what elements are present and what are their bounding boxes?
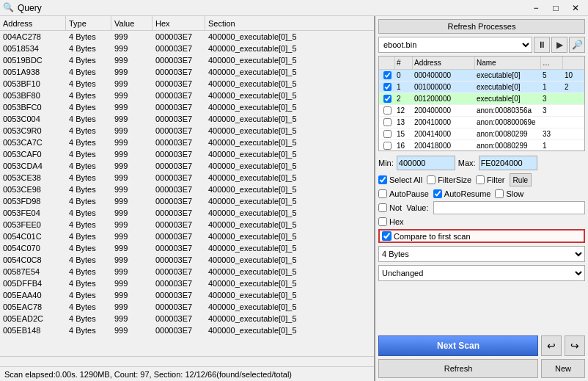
memory-table-body[interactable]: 0000400000executable[0]5101001000000exec…: [379, 70, 584, 150]
table-row[interactable]: 005EAA404 Bytes999000003E7400000_executa…: [0, 289, 374, 301]
table-row[interactable]: 0054C0C84 Bytes999000003E7400000_executa…: [0, 254, 374, 266]
table-row[interactable]: 005185344 Bytes999000003E7400000_executa…: [0, 43, 374, 54]
minimize-button[interactable]: −: [526, 1, 545, 15]
memory-row-address: 200414000: [413, 130, 475, 138]
settings-button[interactable]: 🔎: [569, 37, 585, 53]
table-row[interactable]: 005EB1484 Bytes999000003E7400000_executa…: [0, 324, 374, 336]
table-row[interactable]: 005EAD2C4 Bytes999000003E7400000_executa…: [0, 313, 374, 324]
table-cell: 400000_executable[0]_5: [205, 68, 374, 76]
play-button[interactable]: ▶: [551, 37, 567, 53]
table-row[interactable]: 0053FD984 Bytes999000003E7400000_executa…: [0, 195, 374, 207]
row-checkbox[interactable]: [383, 118, 392, 126]
table-cell: 00587E54: [0, 267, 66, 276]
memory-table-row[interactable]: 16200418000anon:000802991: [379, 140, 584, 150]
col-type[interactable]: Type: [66, 16, 111, 30]
col-hex[interactable]: Hex: [152, 16, 205, 30]
table-row[interactable]: 0053C9R04 Bytes999000003E7400000_executa…: [0, 125, 374, 137]
max-input[interactable]: FE0204000: [479, 156, 537, 170]
compare-first-scan-checkbox[interactable]: [382, 231, 392, 241]
select-all-checkbox[interactable]: [378, 175, 387, 184]
refresh-processes-button[interactable]: Refresh Processes: [378, 19, 585, 34]
memory-table-row[interactable]: 1001000000executable[0]12: [379, 81, 584, 93]
table-row[interactable]: 0053FEE04 Bytes999000003E7400000_executa…: [0, 219, 374, 231]
row-checkbox[interactable]: [383, 142, 392, 150]
table-row[interactable]: 00519BDC4 Bytes999000003E7400000_executa…: [0, 54, 374, 66]
table-row[interactable]: 00587E544 Bytes999000003E7400000_executa…: [0, 266, 374, 277]
compare-first-scan-row: Compare to first scan: [378, 229, 585, 243]
memory-regions-table: # Address Name … 0000400000executable[0]…: [378, 56, 585, 151]
table-row[interactable]: 005EAC784 Bytes999000003E7400000_executa…: [0, 301, 374, 313]
maximize-button[interactable]: □: [546, 1, 565, 15]
table-row[interactable]: 0054C0704 Bytes999000003E7400000_executa…: [0, 242, 374, 254]
close-button[interactable]: ✕: [566, 1, 585, 15]
table-row[interactable]: 0053CE384 Bytes999000003E7400000_executa…: [0, 172, 374, 184]
hex-checkbox[interactable]: [378, 217, 387, 226]
options-row1: Select All FilterSize Filter Rule: [378, 173, 585, 186]
table-row[interactable]: 0053CAF04 Bytes999000003E7400000_executa…: [0, 148, 374, 160]
row-checkbox-cell[interactable]: [379, 83, 395, 91]
table-row[interactable]: 0053CDA44 Bytes999000003E7400000_executa…: [0, 160, 374, 172]
filter-checkbox[interactable]: [476, 175, 485, 184]
horizontal-scrollbar[interactable]: [0, 356, 374, 366]
memory-row-col6: 10: [563, 71, 584, 79]
refresh-button[interactable]: Refresh: [378, 359, 538, 378]
row-checkbox-cell[interactable]: [379, 71, 395, 79]
row-checkbox[interactable]: [383, 95, 392, 103]
table-cell: 0054C01C: [0, 232, 66, 241]
table-cell: 000003E7: [152, 326, 205, 335]
table-row[interactable]: 0051A9384 Bytes999000003E7400000_executa…: [0, 66, 374, 78]
row-checkbox-cell[interactable]: [379, 118, 395, 126]
table-cell: 000003E7: [152, 126, 205, 135]
redo-button[interactable]: ↪: [565, 335, 585, 356]
pause-button[interactable]: ⏸: [534, 37, 550, 53]
rule-button[interactable]: Rule: [510, 173, 532, 186]
row-checkbox-cell[interactable]: [379, 130, 395, 138]
min-input[interactable]: 400000: [397, 156, 455, 170]
table-cell: 400000_executable[0]_5: [205, 126, 374, 135]
memory-table-row[interactable]: 0000400000executable[0]510: [379, 70, 584, 81]
value-input[interactable]: [433, 201, 586, 214]
row-checkbox[interactable]: [383, 106, 392, 115]
table-row[interactable]: 0053FE044 Bytes999000003E7400000_executa…: [0, 207, 374, 219]
memory-table-row[interactable]: 15200414000anon:0008029933: [379, 128, 584, 140]
row-checkbox-cell[interactable]: [379, 142, 395, 150]
col-value[interactable]: Value: [111, 16, 152, 30]
col-section[interactable]: Section: [205, 16, 374, 30]
memory-table-row[interactable]: 12200400000anon:00080356a3: [379, 105, 584, 117]
filter-size-checkbox[interactable]: [427, 175, 436, 184]
process-dropdown[interactable]: eboot.bin: [378, 37, 532, 53]
memory-row-num: 16: [395, 142, 413, 150]
table-row[interactable]: 0053C0044 Bytes999000003E7400000_executa…: [0, 113, 374, 125]
memory-table-row[interactable]: 2001200000executable[0]3: [379, 93, 584, 105]
table-row[interactable]: 0053BF104 Bytes999000003E7400000_executa…: [0, 78, 374, 90]
table-cell: 000003E7: [152, 91, 205, 100]
new-button[interactable]: New: [541, 359, 585, 378]
auto-pause-checkbox[interactable]: [378, 189, 387, 198]
table-row[interactable]: 0053CE984 Bytes999000003E7400000_executa…: [0, 184, 374, 195]
table-cell: 400000_executable[0]_5: [205, 185, 374, 194]
slow-checkbox[interactable]: [495, 189, 504, 198]
next-scan-button[interactable]: Next Scan: [378, 335, 538, 356]
undo-button[interactable]: ↩: [541, 335, 562, 356]
table-row[interactable]: 0054C01C4 Bytes999000003E7400000_executa…: [0, 231, 374, 242]
table-row[interactable]: 0053BF804 Bytes999000003E7400000_executa…: [0, 90, 374, 101]
table-row[interactable]: 0053BFC04 Bytes999000003E7400000_executa…: [0, 101, 374, 113]
auto-resume-checkbox[interactable]: [433, 189, 442, 198]
scan-type-select[interactable]: Unchanged: [378, 265, 585, 281]
row-checkbox-cell[interactable]: [379, 95, 395, 103]
not-checkbox[interactable]: [378, 203, 387, 212]
table-row[interactable]: 005DFFB44 Bytes999000003E7400000_executa…: [0, 277, 374, 289]
table-row[interactable]: 004AC2784 Bytes999000003E7400000_executa…: [0, 31, 374, 43]
row-checkbox[interactable]: [383, 130, 392, 138]
results-table[interactable]: 004AC2784 Bytes999000003E7400000_executa…: [0, 31, 374, 356]
table-row[interactable]: 0053CA7C4 Bytes999000003E7400000_executa…: [0, 137, 374, 148]
table-cell: 005EAC78: [0, 302, 66, 311]
bytes-select[interactable]: 4 Bytes: [378, 246, 585, 262]
table-cell: 000003E7: [152, 56, 205, 65]
row-checkbox[interactable]: [383, 71, 392, 79]
row-checkbox-cell[interactable]: [379, 106, 395, 115]
row-checkbox[interactable]: [383, 83, 392, 91]
col-address[interactable]: Address: [0, 16, 66, 30]
memory-table-row[interactable]: 13200410000anon:000800069e: [379, 117, 584, 128]
table-cell: 999: [111, 162, 152, 170]
